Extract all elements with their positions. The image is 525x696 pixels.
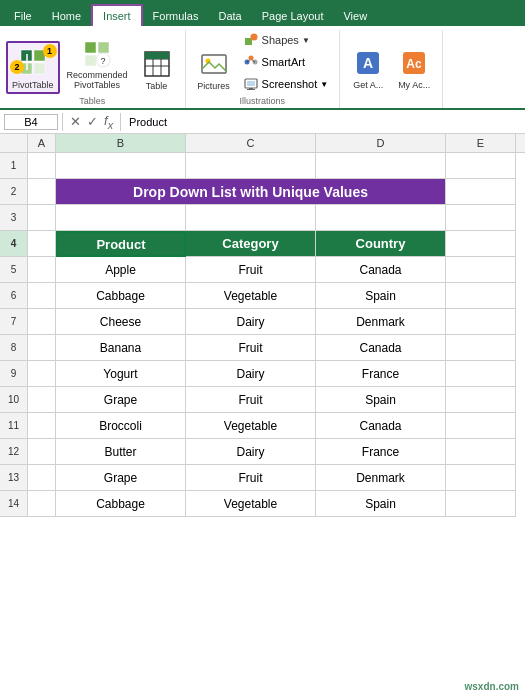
cell-a5[interactable] <box>28 257 56 283</box>
cancel-icon[interactable]: ✕ <box>67 114 84 129</box>
cell-e10[interactable] <box>446 387 516 413</box>
recommended-pivottables-button[interactable]: ? RecommendedPivotTables <box>62 34 133 94</box>
cell-e1[interactable] <box>446 153 516 179</box>
cell-b3[interactable] <box>56 205 186 231</box>
cell-a11[interactable] <box>28 413 56 439</box>
shapes-button[interactable]: Shapes ▼ <box>238 30 334 50</box>
cell-d7[interactable]: Denmark <box>316 309 446 335</box>
cell-e8[interactable] <box>446 335 516 361</box>
cell-d8[interactable]: Canada <box>316 335 446 361</box>
pictures-button[interactable]: Pictures <box>192 44 236 94</box>
cell-d4[interactable]: Country <box>316 231 446 257</box>
cell-c7[interactable]: Dairy <box>186 309 316 335</box>
cell-a14[interactable] <box>28 491 56 517</box>
col-header-a[interactable]: A <box>28 134 56 152</box>
row-num-1[interactable]: 1 <box>0 153 28 179</box>
cell-b13[interactable]: Grape <box>56 465 186 491</box>
cell-a10[interactable] <box>28 387 56 413</box>
cell-d6[interactable]: Spain <box>316 283 446 309</box>
cell-e11[interactable] <box>446 413 516 439</box>
cell-a6[interactable] <box>28 283 56 309</box>
tab-home[interactable]: Home <box>42 6 91 26</box>
row-num-11[interactable]: 11 <box>0 413 28 439</box>
cell-d12[interactable]: France <box>316 439 446 465</box>
confirm-icon[interactable]: ✓ <box>84 114 101 129</box>
cell-d3[interactable] <box>316 205 446 231</box>
cell-b2-merged[interactable]: Drop Down List with Unique Values <box>56 179 446 205</box>
cell-c5[interactable]: Fruit <box>186 257 316 283</box>
screenshot-button[interactable]: Screenshot ▼ <box>238 74 334 94</box>
tab-page-layout[interactable]: Page Layout <box>252 6 334 26</box>
cell-e9[interactable] <box>446 361 516 387</box>
row-num-8[interactable]: 8 <box>0 335 28 361</box>
table-button[interactable]: Table <box>135 44 179 94</box>
function-icon[interactable]: fx <box>101 113 116 131</box>
tab-file[interactable]: File <box>4 6 42 26</box>
cell-c10[interactable]: Fruit <box>186 387 316 413</box>
cell-b9[interactable]: Yogurt <box>56 361 186 387</box>
cell-b14[interactable]: Cabbage <box>56 491 186 517</box>
cell-c14[interactable]: Vegetable <box>186 491 316 517</box>
my-addins-button[interactable]: Ac My Ac... <box>392 43 436 93</box>
cell-a4[interactable] <box>28 231 56 257</box>
row-num-12[interactable]: 12 <box>0 439 28 465</box>
row-num-13[interactable]: 13 <box>0 465 28 491</box>
cell-c9[interactable]: Dairy <box>186 361 316 387</box>
cell-e12[interactable] <box>446 439 516 465</box>
cell-e13[interactable] <box>446 465 516 491</box>
cell-e14[interactable] <box>446 491 516 517</box>
cell-c3[interactable] <box>186 205 316 231</box>
cell-b4[interactable]: Product <box>56 231 186 257</box>
cell-d9[interactable]: France <box>316 361 446 387</box>
cell-a7[interactable] <box>28 309 56 335</box>
screenshot-dropdown[interactable]: ▼ <box>320 80 328 89</box>
formula-input[interactable] <box>125 116 521 128</box>
cell-b7[interactable]: Cheese <box>56 309 186 335</box>
cell-b11[interactable]: Broccoli <box>56 413 186 439</box>
cell-a12[interactable] <box>28 439 56 465</box>
row-num-10[interactable]: 10 <box>0 387 28 413</box>
cell-e2[interactable] <box>446 179 516 205</box>
cell-d10[interactable]: Spain <box>316 387 446 413</box>
cell-b10[interactable]: Grape <box>56 387 186 413</box>
cell-d13[interactable]: Denmark <box>316 465 446 491</box>
cell-c1[interactable] <box>186 153 316 179</box>
cell-d14[interactable]: Spain <box>316 491 446 517</box>
cell-a13[interactable] <box>28 465 56 491</box>
get-addins-button[interactable]: A Get A... <box>346 43 390 93</box>
tab-view[interactable]: View <box>333 6 377 26</box>
col-header-c[interactable]: C <box>186 134 316 152</box>
smartart-button[interactable]: SmartArt <box>238 52 334 72</box>
row-num-7[interactable]: 7 <box>0 309 28 335</box>
row-num-2[interactable]: 2 <box>0 179 28 205</box>
row-num-14[interactable]: 14 <box>0 491 28 517</box>
tab-formulas[interactable]: Formulas <box>143 6 209 26</box>
cell-c11[interactable]: Vegetable <box>186 413 316 439</box>
col-header-e[interactable]: E <box>446 134 516 152</box>
cell-b8[interactable]: Banana <box>56 335 186 361</box>
cell-a8[interactable] <box>28 335 56 361</box>
cell-a9[interactable] <box>28 361 56 387</box>
cell-a1[interactable] <box>28 153 56 179</box>
pivot-table-button[interactable]: 1 PivotTable 2 <box>6 41 60 94</box>
col-header-d[interactable]: D <box>316 134 446 152</box>
row-num-3[interactable]: 3 <box>0 205 28 231</box>
cell-b6[interactable]: Cabbage <box>56 283 186 309</box>
cell-d1[interactable] <box>316 153 446 179</box>
cell-e3[interactable] <box>446 205 516 231</box>
cell-c6[interactable]: Vegetable <box>186 283 316 309</box>
cell-a2[interactable] <box>28 179 56 205</box>
cell-c12[interactable]: Dairy <box>186 439 316 465</box>
cell-e4[interactable] <box>446 231 516 257</box>
cell-b1[interactable] <box>56 153 186 179</box>
tab-insert[interactable]: Insert <box>91 4 143 26</box>
shapes-dropdown[interactable]: ▼ <box>302 36 310 45</box>
cell-d5[interactable]: Canada <box>316 257 446 283</box>
col-header-b[interactable]: B <box>56 134 186 152</box>
cell-d11[interactable]: Canada <box>316 413 446 439</box>
cell-e7[interactable] <box>446 309 516 335</box>
cell-b12[interactable]: Butter <box>56 439 186 465</box>
tab-data[interactable]: Data <box>208 6 251 26</box>
cell-reference-input[interactable] <box>4 114 58 130</box>
row-num-4[interactable]: 4 <box>0 231 28 257</box>
